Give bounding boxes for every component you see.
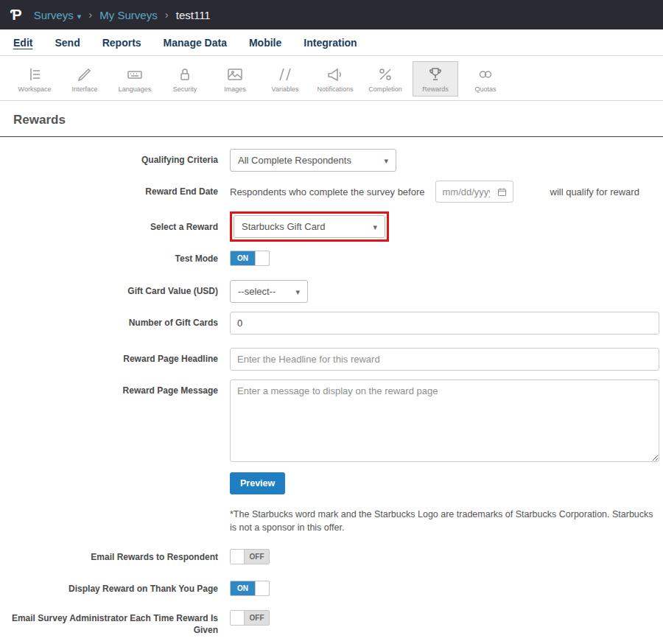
row-gift-card-value: Gift Card Value (USD) --select-- (0, 280, 663, 303)
trophy-icon (427, 66, 444, 83)
toolbar-item-languages[interactable]: Languages (112, 61, 158, 97)
percent-icon (376, 66, 394, 83)
breadcrumb-separator (165, 8, 169, 21)
email-rewards-toggle[interactable]: OFF (230, 549, 270, 564)
select-reward-label: Select a Reward (0, 211, 230, 234)
page-title: Rewards (0, 101, 663, 136)
gift-card-value-select[interactable]: --select-- (230, 280, 308, 303)
top-header: Ƥ Surveys My Surveys test111 (0, 0, 663, 29)
end-date-field[interactable] (435, 181, 513, 203)
toggle-handle (255, 581, 269, 595)
number-gift-cards-label: Number of Gift Cards (0, 312, 230, 329)
display-reward-toggle[interactable]: ON (230, 581, 270, 596)
megaphone-icon (326, 66, 344, 83)
row-email-rewards: Email Rewards to Respondent OFF (0, 549, 663, 567)
toggle-handle (231, 550, 245, 564)
tab-integration[interactable]: Integration (304, 37, 357, 49)
toggle-handle (231, 611, 245, 625)
test-mode-label: Test Mode (0, 251, 230, 265)
row-reward-message: Reward Page Message Preview *The Starbuc… (0, 379, 663, 534)
tab-edit[interactable]: Edit (13, 37, 32, 49)
email-admin-toggle[interactable]: OFF (230, 610, 270, 626)
chain-links-icon (477, 66, 494, 83)
row-display-reward: Display Reward on Thank You Page ON (0, 581, 663, 596)
test-mode-toggle[interactable]: ON (230, 251, 270, 266)
select-caret-icon (285, 286, 300, 297)
qualifying-criteria-label: Qualifying Criteria (0, 149, 230, 167)
email-rewards-label: Email Rewards to Respondent (0, 549, 230, 564)
email-admin-label: Email Survey Administrator Each Time Rew… (0, 610, 230, 636)
tab-send[interactable]: Send (55, 37, 80, 49)
row-reward-headline: Reward Page Headline (0, 348, 663, 371)
display-reward-label: Display Reward on Thank You Page (0, 581, 230, 595)
select-reward-select[interactable]: Starbucks Gift Card (234, 215, 385, 238)
reward-headline-label: Reward Page Headline (0, 348, 230, 365)
starbucks-disclaimer: *The Starbucks word mark and the Starbuc… (230, 508, 659, 534)
number-gift-cards-input[interactable] (230, 312, 659, 335)
toolbar-item-completion[interactable]: Completion (362, 61, 408, 97)
qualifying-criteria-select[interactable]: All Complete Respondents (230, 149, 396, 172)
toolbar-item-variables[interactable]: Variables (262, 61, 308, 97)
toolbar-item-images[interactable]: Images (212, 61, 258, 97)
row-email-admin: Email Survey Administrator Each Time Rew… (0, 610, 663, 636)
calendar-icon[interactable] (497, 186, 508, 197)
breadcrumb-my-surveys[interactable]: My Surveys (99, 9, 157, 21)
toolbar-item-interface[interactable]: Interface (62, 61, 108, 97)
annotation-box-select-reward: Starbucks Gift Card (230, 211, 389, 242)
breadcrumb-separator (88, 8, 92, 21)
slashes-icon (276, 66, 294, 83)
toolbar-item-rewards[interactable]: Rewards (413, 61, 458, 97)
tab-mobile[interactable]: Mobile (249, 37, 281, 49)
toolbar-item-security[interactable]: Security (162, 61, 208, 97)
reward-message-label: Reward Page Message (0, 379, 230, 397)
chevron-down-icon (77, 9, 82, 21)
select-caret-icon (362, 221, 377, 232)
reward-headline-input[interactable] (230, 348, 659, 371)
rewards-form: Qualifying Criteria All Complete Respond… (0, 137, 663, 644)
workspace-icon (26, 66, 43, 83)
paintbrush-icon (76, 66, 94, 83)
image-icon (226, 66, 244, 83)
breadcrumb-surveys[interactable]: Surveys (34, 9, 82, 21)
row-test-mode: Test Mode ON (0, 251, 663, 266)
tab-manage-data[interactable]: Manage Data (164, 37, 227, 49)
breadcrumb-current-survey: test111 (176, 9, 211, 21)
main-nav: Edit Send Reports Manage Data Mobile Int… (0, 29, 663, 56)
edit-toolbar: Workspace Interface Languages Security I… (0, 56, 663, 101)
row-number-gift-cards: Number of Gift Cards (0, 312, 663, 335)
row-qualifying-criteria: Qualifying Criteria All Complete Respond… (0, 149, 663, 172)
end-date-input[interactable] (436, 182, 497, 201)
toolbar-item-workspace[interactable]: Workspace (12, 61, 57, 97)
gift-card-value-label: Gift Card Value (USD) (0, 280, 230, 298)
questionpro-logo[interactable]: Ƥ (10, 7, 22, 24)
row-reward-end-date: Reward End Date Respondents who complete… (0, 181, 663, 203)
keyboard-icon (126, 66, 144, 83)
end-date-suffix-text: will qualify for reward (550, 186, 639, 197)
tab-reports[interactable]: Reports (102, 37, 141, 49)
toolbar-item-quotas[interactable]: Quotas (463, 61, 508, 97)
reward-end-date-label: Reward End Date (0, 181, 230, 198)
toggle-handle (255, 251, 269, 265)
row-select-reward: Select a Reward Starbucks Gift Card (0, 211, 663, 242)
end-date-prefix-text: Respondents who complete the survey befo… (230, 186, 425, 197)
select-caret-icon (373, 155, 388, 166)
preview-button[interactable]: Preview (230, 472, 285, 494)
lock-icon (176, 66, 194, 83)
toolbar-item-notifications[interactable]: Notifications (312, 61, 358, 97)
reward-message-textarea[interactable] (230, 379, 659, 462)
